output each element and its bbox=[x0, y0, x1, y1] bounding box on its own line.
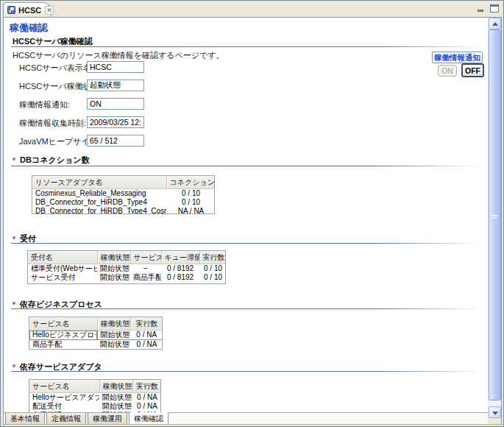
field-label-display-name: HCSCサーバ表示名: bbox=[19, 63, 93, 74]
cell: 標準受付(Webサービス) bbox=[28, 264, 97, 274]
collapse-triangle-icon[interactable]: ▼ bbox=[11, 363, 17, 370]
bottom-strip bbox=[4, 424, 503, 426]
cell: 0 / 10 bbox=[199, 273, 226, 282]
scroll-up-button[interactable] bbox=[489, 18, 501, 29]
column-header[interactable]: 稼働状態 bbox=[97, 317, 130, 331]
tab-definition-info[interactable]: 定義情報 bbox=[46, 413, 86, 425]
cell: 開始状態 bbox=[97, 340, 130, 350]
cell: − bbox=[130, 264, 161, 274]
view-tab-hcsc[interactable]: HCSC ✕ bbox=[3, 2, 52, 17]
table-row[interactable]: Helloサービスアダプタ 開始状態 0 / NA bbox=[29, 393, 161, 403]
field-label-notify: 稼働情報通知: bbox=[19, 99, 70, 110]
divider bbox=[11, 166, 482, 166]
cell: 0 / 10 bbox=[166, 198, 215, 207]
cell: 0 / NA bbox=[130, 331, 163, 340]
cell: Helloビジネスプロセス bbox=[29, 331, 97, 340]
application-window: HCSC ✕ 稼働確認 HCSCサーバ稼働確認 HCSCサーバのリソース稼働情報… bbox=[0, 0, 504, 427]
cell: Helloサービスアダプタ bbox=[29, 393, 99, 403]
cell: Cosminexus_Reliable_Messaging bbox=[32, 189, 166, 199]
cell: 0 / 10 bbox=[166, 189, 215, 199]
service-adapter-table: サービス名 稼働状態 実行数 Helloサービスアダプタ 開始状態 0 / NA… bbox=[29, 379, 161, 412]
operation-check-page: 稼働確認 HCSCサーバ稼働確認 HCSCサーバのリソース稼働情報を確認するペー… bbox=[4, 18, 488, 412]
table-row[interactable]: サービス受付 開始状態 商品手配 0 / 8192 0 / 10 bbox=[28, 273, 226, 282]
cell: 0 / NA bbox=[130, 340, 163, 350]
close-icon[interactable]: ✕ bbox=[45, 6, 54, 15]
table-row[interactable]: 標準受付(Webサービス) 開始状態 − 0 / 8192 0 / 10 bbox=[28, 264, 226, 274]
reception-table: 受付名 稼働状態 サービス名 キュー滞留数 実行数 標準受付(Webサービス) … bbox=[27, 250, 226, 284]
column-header[interactable]: コネクション数 bbox=[166, 176, 215, 189]
section-heading: HCSCサーバ稼働確認 bbox=[13, 36, 93, 47]
divider bbox=[11, 371, 482, 372]
notify-on-button[interactable]: ON bbox=[438, 65, 457, 77]
bottom-tab-bar: 基本情報 定義情報 稼働運用 稼働確認 bbox=[4, 412, 488, 424]
divider bbox=[11, 243, 482, 244]
cell: 商品手配 bbox=[130, 273, 161, 282]
column-header[interactable]: サービス名 bbox=[130, 251, 161, 264]
cell: 0 / NA bbox=[132, 402, 161, 411]
tab-operation-check[interactable]: 稼働確認 bbox=[129, 412, 168, 425]
cell: 0 / 8192 bbox=[161, 273, 199, 282]
cell: 開始状態 bbox=[99, 393, 132, 403]
cell: 配送受付 bbox=[29, 402, 99, 411]
scroll-down-button[interactable] bbox=[489, 406, 501, 418]
column-header[interactable]: 実行数 bbox=[130, 317, 163, 331]
minimize-icon[interactable] bbox=[476, 4, 486, 13]
heap-size-field[interactable] bbox=[87, 135, 144, 147]
vertical-scrollbar[interactable] bbox=[489, 18, 501, 418]
cell: NA / NA bbox=[166, 207, 215, 214]
maximize-icon[interactable] bbox=[490, 4, 499, 13]
cell: 開始状態 bbox=[97, 331, 130, 340]
page-title: 稼働確認 bbox=[10, 21, 48, 35]
column-header[interactable]: 稼働状態 bbox=[99, 380, 132, 393]
cell: 0 / 8192 bbox=[161, 264, 199, 274]
column-header[interactable]: キュー滞留数 bbox=[161, 251, 199, 264]
divider bbox=[11, 46, 482, 47]
cell: 開始状態 bbox=[97, 264, 130, 274]
run-state-field[interactable] bbox=[87, 80, 144, 91]
column-header[interactable]: 実行数 bbox=[199, 251, 226, 264]
notify-off-button[interactable]: OFF bbox=[461, 63, 484, 77]
hcsc-server-icon bbox=[7, 6, 15, 14]
table-row[interactable]: 配送受付 開始状態 0 / NA bbox=[29, 402, 161, 411]
collapse-triangle-icon[interactable]: ▼ bbox=[11, 235, 17, 241]
cell: DB_Connector_for_HiRDB_Type4_Cosminexus_… bbox=[32, 207, 166, 214]
column-header[interactable]: 受付名 bbox=[28, 251, 97, 264]
collapse-triangle-icon[interactable]: ▼ bbox=[11, 156, 17, 163]
view-tab-label: HCSC bbox=[18, 6, 41, 15]
cell: サービス受付 bbox=[28, 273, 97, 282]
business-process-table: サービス名 稼働状態 実行数 Helloビジネスプロセス 開始状態 0 / NA… bbox=[29, 317, 163, 350]
notify-panel-title: 稼働情報通知 bbox=[432, 52, 483, 63]
table-row[interactable]: DB_Connector_for_HiRDB_Type4_Cosminexus_… bbox=[32, 207, 215, 214]
table-row[interactable]: 商品手配 開始状態 0 / NA bbox=[29, 340, 163, 350]
display-name-field[interactable] bbox=[87, 61, 144, 73]
column-header[interactable]: サービス名 bbox=[29, 380, 99, 393]
column-header[interactable]: サービス名 bbox=[29, 317, 97, 331]
scrollbar-thumb[interactable] bbox=[489, 29, 501, 400]
scroll-down-icon bbox=[492, 412, 498, 415]
table-row[interactable]: Cosminexus_Reliable_Messaging 0 / 10 bbox=[32, 189, 215, 199]
divider bbox=[11, 308, 482, 309]
scrollbar-grip bbox=[492, 215, 497, 220]
section-title-db-connections: DBコネクション数 bbox=[20, 155, 89, 166]
page-description: HCSCサーバのリソース稼働情報を確認するページです。 bbox=[13, 50, 224, 61]
tab-basic-info[interactable]: 基本情報 bbox=[5, 413, 45, 425]
collapse-triangle-icon[interactable]: ▼ bbox=[11, 300, 17, 307]
column-header[interactable]: 実行数 bbox=[132, 380, 161, 393]
collect-time-field[interactable] bbox=[87, 116, 144, 128]
view-body: 稼働確認 HCSCサーバ稼働確認 HCSCサーバのリソース稼働情報を確認するペー… bbox=[3, 17, 502, 426]
cell: 開始状態 bbox=[97, 273, 130, 282]
scroll-up-icon bbox=[492, 22, 498, 26]
tab-operation[interactable]: 稼働運用 bbox=[88, 413, 127, 425]
notify-field[interactable] bbox=[87, 98, 144, 110]
column-header[interactable]: リソースアダプタ名 bbox=[32, 176, 166, 189]
column-header[interactable]: 稼働状態 bbox=[97, 251, 130, 264]
table-row-selected[interactable]: Helloビジネスプロセス 開始状態 0 / NA bbox=[29, 331, 163, 340]
cell: 商品手配 bbox=[29, 340, 97, 350]
cell: 0 / NA bbox=[132, 393, 161, 403]
table-row[interactable]: DB_Connector_for_HiRDB_Type4 0 / 10 bbox=[32, 198, 215, 207]
db-connections-table: リソースアダプタ名 コネクション数 Cosminexus_Reliable_Me… bbox=[32, 175, 215, 214]
cell: 開始状態 bbox=[99, 402, 132, 411]
field-label-collect-time: 稼働情報収集時刻: bbox=[19, 118, 86, 129]
cell: 0 / 10 bbox=[199, 264, 226, 274]
cell: DB_Connector_for_HiRDB_Type4 bbox=[32, 198, 166, 207]
